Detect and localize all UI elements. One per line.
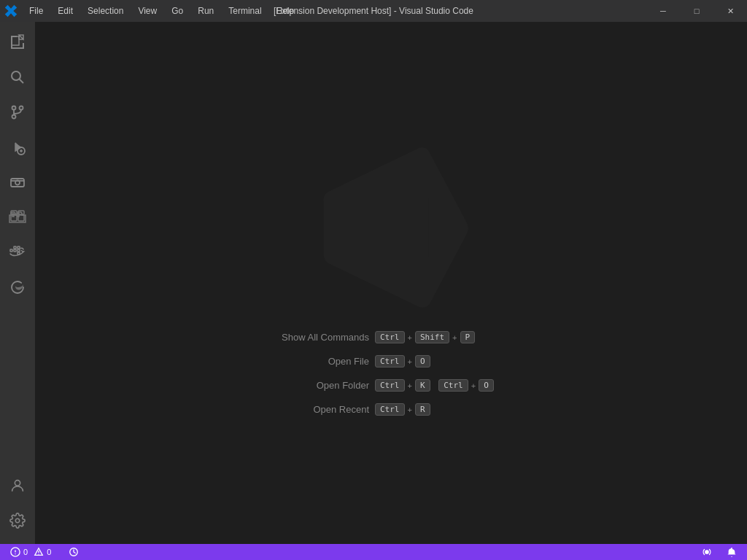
svg-point-2 [12,71,20,80]
key-k: K [415,379,430,392]
svg-point-27 [15,553,15,554]
statusbar-errors[interactable]: 0 0 [6,544,55,560]
key-ctrl: Ctrl [375,331,405,343]
close-button[interactable]: ✕ [713,0,747,22]
shortcut-keys-open-folder: Ctrl + K Ctrl + O [375,379,494,392]
activity-item-remote-explorer[interactable] [0,165,35,200]
key-ctrl-2: Ctrl [375,355,405,368]
vscode-watermark-icon [311,147,471,308]
menu-edit[interactable]: Edit [50,0,80,22]
key-ctrl-5: Ctrl [375,403,405,416]
svg-point-23 [15,481,20,486]
key-o-2: O [479,379,494,392]
shortcut-show-all-commands[interactable]: Show All Commands Ctrl + Shift + P [274,331,508,343]
svg-point-24 [15,518,20,523]
shortcut-label-open-folder: Open Folder [274,380,369,391]
statusbar-notifications[interactable] [722,544,741,560]
activity-item-extensions[interactable] [0,200,35,235]
vscode-logo-icon [0,0,22,22]
activity-item-accounts[interactable] [0,468,35,503]
shortcut-open-folder[interactable]: Open Folder Ctrl + K Ctrl + O [274,379,508,392]
svg-rect-18 [14,249,16,252]
statusbar: 0 0 [0,544,747,560]
shortcut-open-file[interactable]: Open File Ctrl + O [274,355,508,368]
error-icon [10,547,20,557]
welcome-content: Show All Commands Ctrl + Shift + P Open … [274,147,508,419]
plus-icon-3: + [408,357,412,366]
broadcast-icon [702,547,712,557]
shortcut-keys-open-recent: Ctrl + R [375,403,430,416]
statusbar-remote[interactable] [697,544,716,560]
svg-line-3 [20,79,24,84]
menu-go[interactable]: Go [164,0,190,22]
plus-icon-5: + [471,381,476,390]
main-area: Show All Commands Ctrl + Shift + P Open … [0,22,747,544]
activity-item-search[interactable] [0,60,35,95]
window-controls: ─ □ ✕ [646,0,747,22]
activity-item-docker[interactable] [0,235,35,270]
maximize-button[interactable]: □ [680,0,713,22]
menu-view[interactable]: View [131,0,164,22]
statusbar-left: 0 0 [6,544,83,560]
titlebar-left: File Edit Selection View Go Run Terminal… [0,0,301,22]
error-count: 0 [23,548,28,556]
shortcut-label-show-all: Show All Commands [274,332,369,343]
menu-terminal[interactable]: Terminal [221,0,268,22]
svg-rect-19 [18,249,20,252]
key-shift: Shift [415,331,449,343]
svg-rect-21 [18,246,20,249]
activity-item-run-debug[interactable] [0,130,35,165]
menu-file[interactable]: File [22,0,50,22]
editor-area: Show All Commands Ctrl + Shift + P Open … [35,22,747,544]
activity-bottom [0,468,35,544]
plus-icon-4: + [408,381,412,390]
plus-icon: + [408,333,412,342]
minimize-button[interactable]: ─ [646,0,680,22]
shortcut-label-open-recent: Open Recent [274,404,369,415]
key-o: O [415,355,430,368]
warning-count: 0 [47,548,51,556]
history-icon [69,547,79,557]
activity-item-settings[interactable] [0,503,35,538]
key-r: R [415,403,430,416]
key-ctrl-4: Ctrl [438,379,468,392]
shortcut-keys-open-file: Ctrl + O [375,355,430,368]
statusbar-history[interactable] [64,544,83,560]
statusbar-right [697,544,741,560]
titlebar: File Edit Selection View Go Run Terminal… [0,0,747,22]
shortcut-label-open-file: Open File [274,356,369,367]
activity-item-source-control[interactable] [0,95,35,130]
svg-point-31 [705,551,708,553]
svg-rect-20 [14,246,16,249]
menu-selection[interactable]: Selection [80,0,131,22]
svg-rect-17 [10,249,12,252]
plus-icon-2: + [452,333,457,342]
key-ctrl-3: Ctrl [375,379,405,392]
warning-icon [34,547,44,557]
activity-bar [0,22,35,544]
activity-item-edge[interactable] [0,270,35,305]
activity-item-explorer[interactable] [0,25,35,60]
menu-run[interactable]: Run [190,0,221,22]
bell-icon [727,547,737,557]
plus-icon-6: + [408,405,412,414]
shortcut-open-recent[interactable]: Open Recent Ctrl + R [274,403,508,416]
svg-point-29 [39,553,39,554]
key-p: P [460,331,476,343]
shortcut-keys-show-all: Ctrl + Shift + P [375,331,475,343]
window-title: [Extension Development Host] - Visual St… [274,6,473,16]
